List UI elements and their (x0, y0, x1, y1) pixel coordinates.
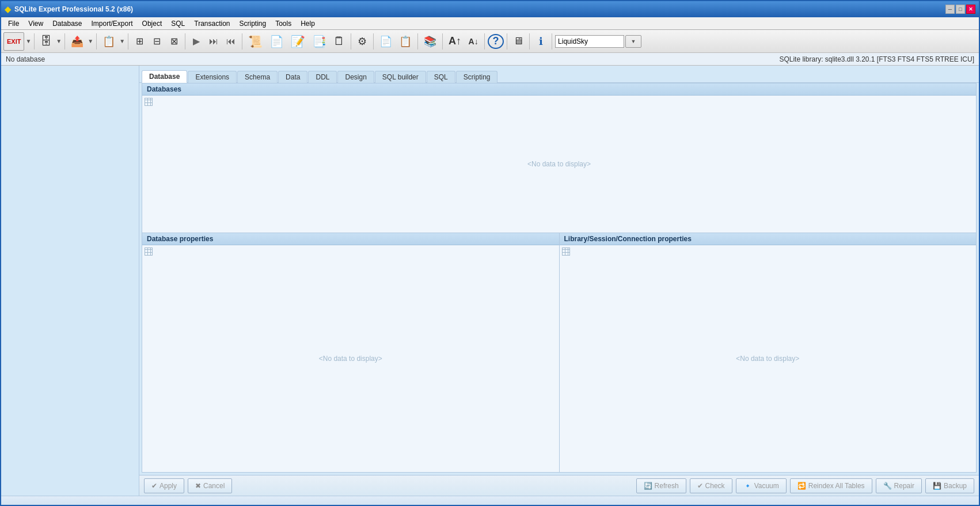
right-panel: Database Extensions Schema Data DDL Desi… (139, 66, 979, 496)
bottom-sections: Database properties <No data to display>… (142, 233, 976, 472)
menu-database[interactable]: Database (48, 18, 86, 29)
menu-transaction[interactable]: Transaction (189, 18, 234, 29)
title-bar-left: ◆ SQLite Expert Professional 5.2 (x86) (5, 5, 133, 14)
close-db-button[interactable]: 📤 (68, 32, 86, 51)
check-icon: ✔ (697, 482, 703, 490)
db-status: No database (6, 55, 45, 63)
tab-data[interactable]: Data (278, 71, 307, 83)
apply-check-icon: ✔ (151, 482, 157, 490)
title-bar-controls[interactable]: ─ □ ✕ (945, 5, 975, 14)
content-area: Databases <No data to display> Database … (142, 83, 977, 473)
help-button[interactable]: ? (488, 34, 504, 49)
play-button[interactable]: ▶ (188, 32, 204, 51)
script-btn-1[interactable]: 📜 (245, 32, 265, 51)
grid-button-2[interactable]: ⊟ (149, 32, 165, 51)
menu-help[interactable]: Help (296, 18, 320, 29)
databases-no-data: <No data to display> (527, 160, 591, 168)
app-icon: ◆ (5, 5, 11, 14)
menu-tools[interactable]: Tools (271, 18, 296, 29)
refresh-button[interactable]: 🔄 Refresh (636, 478, 686, 493)
left-panel (1, 66, 139, 496)
new-dropdown[interactable]: ▼ (119, 38, 125, 44)
menu-sql[interactable]: SQL (166, 18, 189, 29)
script-btn-5[interactable]: 🗒 (331, 32, 348, 51)
close-db-dropdown[interactable]: ▼ (88, 38, 93, 44)
info-button[interactable]: ℹ (533, 32, 549, 51)
open-db-button[interactable]: 🗄 (37, 32, 55, 51)
book-button[interactable]: 📚 (421, 32, 439, 51)
menu-import-export[interactable]: Import/Export (87, 18, 138, 29)
profile-dropdown-btn[interactable]: ▼ (625, 35, 641, 48)
tab-schema[interactable]: Schema (237, 71, 278, 83)
vacuum-button[interactable]: 🔹 Vacuum (736, 478, 787, 493)
exit-button[interactable]: EXIT (3, 32, 24, 51)
lib-props-grid-icon (562, 248, 570, 256)
close-button[interactable]: ✕ (966, 5, 975, 14)
status-bar: No database SQLite library: sqlite3.dll … (1, 53, 979, 66)
minimize-button[interactable]: ─ (945, 5, 955, 14)
lib-properties-section: Library/Session/Connection properties <N… (560, 233, 977, 472)
main-layout: Database Extensions Schema Data DDL Desi… (1, 66, 979, 496)
menu-view[interactable]: View (24, 18, 48, 29)
databases-content: <No data to display> (142, 96, 976, 233)
toolbar-sep-9 (417, 33, 418, 50)
exit-dropdown[interactable]: ▼ (25, 38, 31, 44)
toolbar-sep-4 (128, 33, 128, 50)
tab-scripting[interactable]: Scripting (456, 71, 498, 83)
menu-scripting[interactable]: Scripting (235, 18, 271, 29)
open-db-dropdown[interactable]: ▼ (56, 38, 62, 44)
profile-input[interactable]: LiquidSky (555, 35, 624, 48)
copy-button[interactable]: 📄 (377, 32, 395, 51)
lib-properties-no-data: <No data to display> (736, 355, 799, 363)
cancel-button[interactable]: ✖ Cancel (188, 478, 232, 493)
script-btn-4[interactable]: 📑 (309, 32, 329, 51)
tab-design[interactable]: Design (337, 71, 374, 83)
toolbar-sep-3 (96, 33, 97, 50)
menu-object[interactable]: Object (138, 18, 167, 29)
maximize-button[interactable]: □ (956, 5, 965, 14)
prev-button[interactable]: ⏮ (223, 32, 239, 51)
repair-icon: 🔧 (883, 482, 892, 490)
settings-button[interactable]: ⚙ (354, 32, 370, 51)
font-smaller-button[interactable]: A↓ (465, 32, 481, 51)
toolbar-sep-8 (373, 33, 374, 50)
databases-section: Databases <No data to display> (142, 83, 976, 233)
db-properties-section: Database properties <No data to display> (142, 233, 560, 472)
reindex-icon: 🔁 (797, 482, 806, 490)
paste-button[interactable]: 📋 (396, 32, 415, 51)
title-bar: ◆ SQLite Expert Professional 5.2 (x86) ─… (1, 1, 979, 17)
db-properties-header: Database properties (142, 233, 559, 245)
script-btn-3[interactable]: 📝 (288, 32, 308, 51)
refresh-icon: 🔄 (644, 482, 652, 490)
databases-header: Databases (142, 83, 976, 96)
tab-ddl[interactable]: DDL (308, 71, 337, 83)
apply-button[interactable]: ✔ Apply (144, 478, 184, 493)
db-properties-content: <No data to display> (142, 245, 559, 472)
tab-sql[interactable]: SQL (427, 71, 455, 83)
check-button[interactable]: ✔ Check (690, 478, 732, 493)
toolbar-sep-1 (34, 33, 35, 50)
reindex-button[interactable]: 🔁 Reindex All Tables (790, 478, 872, 493)
tab-sql-builder[interactable]: SQL builder (375, 71, 426, 83)
menu-file[interactable]: File (3, 18, 24, 29)
tab-extensions[interactable]: Extensions (188, 71, 237, 83)
action-bar: ✔ Apply ✖ Cancel 🔄 Refresh ✔ Check 🔹 (139, 475, 979, 496)
script-btn-2[interactable]: 📄 (267, 32, 287, 51)
vacuum-icon: 🔹 (743, 482, 752, 490)
grid-button-3[interactable]: ⊠ (166, 32, 182, 51)
lib-properties-header: Library/Session/Connection properties (560, 233, 977, 245)
db-properties-no-data: <No data to display> (319, 355, 382, 363)
toolbar-sep-10 (442, 33, 443, 50)
next-button[interactable]: ⏭ (206, 32, 222, 51)
font-bigger-button[interactable]: A↑ (446, 32, 464, 51)
repair-button[interactable]: 🔧 Repair (876, 478, 922, 493)
db-grid-icon (145, 98, 153, 106)
tabs-bar: Database Extensions Schema Data DDL Desi… (139, 66, 979, 83)
tab-database[interactable]: Database (142, 70, 187, 83)
grid-button-1[interactable]: ⊞ (131, 32, 147, 51)
toolbar-sep-14 (552, 33, 552, 50)
db-props-grid-icon (145, 248, 153, 256)
backup-button[interactable]: 💾 Backup (925, 478, 974, 493)
monitor-button[interactable]: 🖥 (510, 32, 526, 51)
new-button[interactable]: 📋 (100, 32, 118, 51)
